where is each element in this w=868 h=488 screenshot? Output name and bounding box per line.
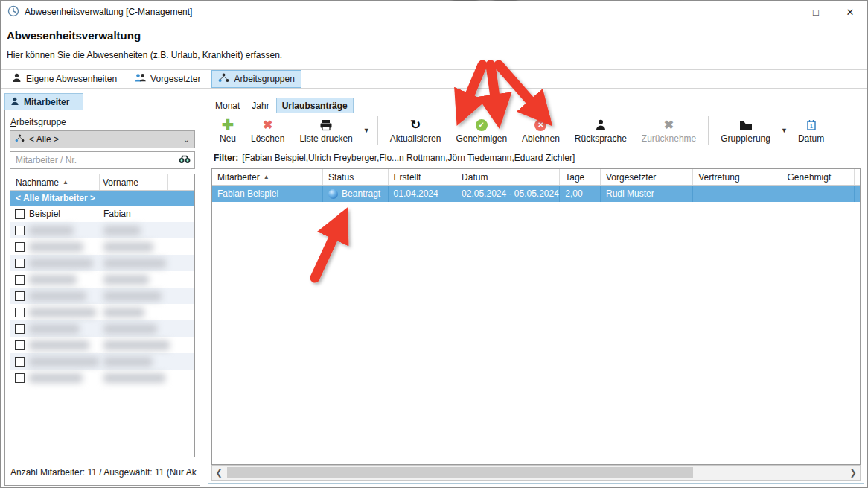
column-header-mitarbeiter[interactable]: Mitarbeiter ▲ — [212, 169, 323, 185]
view-tab-bar: Monat Jahr Urlaubsanträge — [210, 96, 354, 113]
column-header-datum[interactable]: Datum — [456, 169, 560, 185]
column-header-nachname[interactable]: Nachname ▲ — [10, 174, 100, 190]
tab-label: Eigene Abwesenheiten — [26, 74, 117, 84]
tab-mitarbeiter[interactable]: Mitarbeiter — [4, 93, 83, 110]
list-item-blurred[interactable] — [10, 353, 194, 370]
tab-arbeitsgruppen[interactable]: Arbeitsgruppen — [211, 70, 301, 88]
ruecksprache-button[interactable]: Rücksprache — [567, 113, 634, 148]
list-item[interactable]: Beispiel Fabian — [10, 206, 194, 222]
maximize-button[interactable]: □ — [799, 1, 833, 23]
checkbox[interactable] — [15, 275, 25, 285]
arbeitsgruppe-dropdown[interactable]: < Alle > ⌄ — [10, 130, 195, 148]
checkbox[interactable] — [15, 209, 25, 219]
checkbox[interactable] — [15, 373, 25, 383]
genehmigen-button[interactable]: ✓ Genehmigen — [448, 113, 514, 148]
table-header: Mitarbeiter ▲ Status Erstellt Datum Tage… — [212, 169, 860, 186]
tab-eigene-abwesenheiten[interactable]: Eigene Abwesenheiten — [5, 70, 124, 88]
tab-label: Arbeitsgruppen — [234, 74, 294, 84]
list-item-blurred[interactable] — [10, 304, 194, 320]
list-header: Nachname ▲ Vorname — [10, 174, 194, 191]
mitarbeiter-count-status: Anzahl Mitarbeiter: 11 / Ausgewählt: 11 … — [10, 467, 198, 478]
checkbox[interactable] — [15, 259, 25, 268]
table-row-selected[interactable]: Fabian Beispiel Beantragt 01.04.2024 02.… — [212, 186, 860, 202]
svg-text:1: 1 — [809, 123, 813, 130]
checkbox[interactable] — [15, 242, 25, 252]
printer-icon — [319, 118, 333, 133]
gruppierung-button[interactable]: Gruppierung — [713, 113, 778, 148]
page-title: Abwesenheitsverwaltung — [7, 29, 141, 42]
folder-icon — [739, 118, 753, 133]
horizontal-scrollbar[interactable]: ❮ ❯ — [211, 465, 861, 481]
app-clock-icon — [7, 5, 19, 19]
neu-button[interactable]: ✚ Neu — [212, 113, 243, 148]
column-header-erstellt[interactable]: Erstellt — [389, 169, 456, 185]
workgroup-icon — [15, 134, 25, 145]
scroll-right-icon[interactable]: ❯ — [846, 468, 860, 478]
requests-table: Mitarbeiter ▲ Status Erstellt Datum Tage… — [211, 168, 861, 465]
toolbar: ✚ Neu ✖ Löschen Liste drucken ▼ ↻ Aktual… — [208, 113, 864, 148]
people-icon — [135, 73, 146, 85]
checkbox[interactable] — [15, 308, 25, 317]
checkbox[interactable] — [15, 340, 25, 350]
close-button[interactable]: ✕ — [833, 1, 867, 23]
liste-drucken-button[interactable]: Liste drucken — [292, 113, 360, 148]
chevron-down-icon: ⌄ — [183, 135, 190, 145]
tab-label: Vorgesetzter — [150, 74, 200, 84]
filter-label: Filter: — [214, 153, 238, 163]
column-header-vertretung[interactable]: Vertretung — [693, 169, 782, 185]
aktualisieren-button[interactable]: ↻ Aktualisieren — [383, 113, 449, 148]
print-dropdown-arrow[interactable]: ▼ — [360, 113, 373, 148]
list-item-blurred[interactable] — [10, 320, 194, 337]
mitarbeiter-list: Nachname ▲ Vorname < Alle Mitarbeiter > … — [10, 174, 195, 457]
checkbox[interactable] — [15, 357, 25, 367]
approve-check-icon: ✓ — [476, 119, 488, 131]
person-icon — [10, 97, 19, 108]
page-subtitle: Hier können Sie die Abwesenheiten (z.B. … — [7, 50, 282, 60]
sort-asc-icon: ▲ — [264, 174, 269, 180]
titlebar: Abwesenheitsverwaltung [C-Management] – … — [1, 1, 867, 23]
disabled-x-icon: ✖ — [664, 118, 674, 132]
search-input[interactable] — [14, 154, 179, 166]
column-header-genehmigt[interactable]: Genehmigt — [782, 169, 855, 185]
refresh-icon: ↻ — [410, 117, 421, 133]
scroll-left-icon[interactable]: ❮ — [212, 468, 226, 478]
dropdown-value: < Alle > — [29, 134, 59, 145]
minimize-button[interactable]: – — [765, 1, 799, 23]
ablehnen-button[interactable]: ✕ Ablehnen — [514, 113, 567, 148]
list-item-blurred[interactable] — [10, 255, 194, 271]
list-item-blurred[interactable] — [10, 238, 194, 255]
person-icon — [12, 73, 22, 85]
checkbox[interactable] — [15, 291, 25, 301]
list-item-blurred[interactable] — [10, 271, 194, 288]
reject-x-icon: ✕ — [534, 119, 546, 131]
checkbox[interactable] — [15, 324, 25, 334]
tab-monat[interactable]: Monat — [210, 98, 245, 113]
app-window: Abwesenheitsverwaltung [C-Management] – … — [0, 0, 868, 488]
status-beantragt-icon — [328, 189, 338, 199]
list-item-blurred[interactable] — [10, 288, 194, 304]
zuruecknehmen-button: ✖ Zurücknehme — [634, 113, 703, 148]
list-item-alle-mitarbeiter[interactable]: < Alle Mitarbeiter > — [10, 191, 194, 206]
workgroup-icon — [218, 73, 229, 85]
loeschen-button[interactable]: ✖ Löschen — [243, 113, 292, 148]
column-header-tage[interactable]: Tage — [560, 169, 601, 185]
list-item-blurred[interactable] — [10, 337, 194, 353]
column-header-vorgesetzter[interactable]: Vorgesetzter — [601, 169, 693, 185]
gruppierung-dropdown-arrow[interactable]: ▼ — [778, 113, 791, 148]
binoculars-icon[interactable] — [179, 155, 191, 166]
column-header-status[interactable]: Status — [323, 169, 389, 185]
delete-x-icon: ✖ — [263, 118, 272, 132]
datum-button[interactable]: 1 Datum — [791, 113, 832, 148]
tab-vorgesetzter[interactable]: Vorgesetzter — [128, 70, 207, 88]
filter-value: [Fabian Beispiel,Ulrich Freyberger,Flo..… — [242, 153, 575, 163]
list-item-blurred[interactable] — [10, 222, 194, 238]
person-icon — [596, 118, 606, 133]
column-header-vorname[interactable]: Vorname — [100, 174, 168, 190]
scrollbar-thumb[interactable] — [227, 467, 693, 478]
tab-urlaubsantraege[interactable]: Urlaubsanträge — [276, 98, 354, 113]
main-tab-bar: Eigene Abwesenheiten Vorgesetzter Arbeit… — [1, 69, 867, 89]
calendar-icon: 1 — [807, 118, 816, 133]
tab-jahr[interactable]: Jahr — [246, 98, 274, 113]
checkbox[interactable] — [15, 226, 25, 235]
list-item-blurred[interactable] — [10, 370, 194, 386]
